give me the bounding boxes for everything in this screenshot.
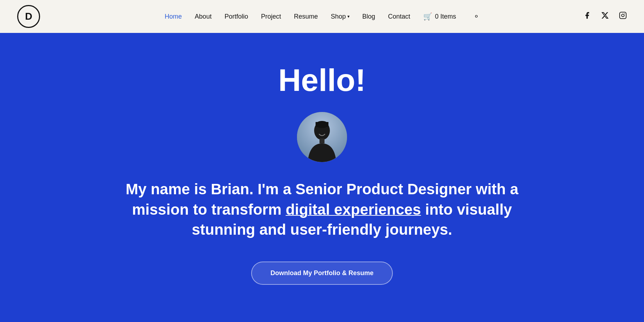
search-icon[interactable]: ⚬ bbox=[473, 12, 479, 21]
nav-project[interactable]: Project bbox=[261, 13, 281, 20]
hero-section: Hello! bbox=[0, 33, 644, 322]
hero-greeting: Hello! bbox=[278, 63, 366, 98]
avatar bbox=[297, 112, 347, 162]
site-header: D Home About Portfolio Project Resume Sh… bbox=[0, 0, 644, 33]
logo-letter: D bbox=[25, 11, 32, 22]
twitter-x-icon[interactable] bbox=[601, 11, 609, 21]
cart-count: 0 Items bbox=[435, 13, 456, 20]
svg-rect-7 bbox=[319, 138, 325, 143]
svg-point-2 bbox=[624, 13, 625, 14]
nav-contact[interactable]: Contact bbox=[388, 13, 410, 20]
nav-about[interactable]: About bbox=[195, 13, 211, 20]
nav-portfolio[interactable]: Portfolio bbox=[224, 13, 248, 20]
nav-shop[interactable]: Shop ▾ bbox=[331, 13, 350, 20]
svg-rect-6 bbox=[316, 122, 328, 127]
chevron-down-icon: ▾ bbox=[347, 14, 350, 19]
facebook-icon[interactable] bbox=[583, 11, 591, 21]
svg-rect-0 bbox=[620, 12, 626, 19]
main-nav: Home About Portfolio Project Resume Shop… bbox=[165, 12, 479, 21]
social-links bbox=[583, 11, 627, 21]
svg-point-1 bbox=[621, 14, 624, 16]
hero-description: My name is Brian. I'm a Senior Product D… bbox=[125, 179, 519, 240]
nav-shop-label: Shop bbox=[331, 13, 346, 20]
avatar-image bbox=[297, 112, 347, 162]
instagram-icon[interactable] bbox=[619, 11, 627, 21]
site-logo[interactable]: D bbox=[17, 5, 40, 28]
hero-desc-link[interactable]: digital experiences bbox=[286, 201, 421, 218]
cart-area[interactable]: 🛒 0 Items bbox=[423, 12, 456, 21]
nav-home[interactable]: Home bbox=[165, 13, 182, 20]
cart-icon: 🛒 bbox=[423, 12, 432, 21]
nav-blog[interactable]: Blog bbox=[362, 13, 375, 20]
download-button[interactable]: Download My Portfolio & Resume bbox=[251, 262, 393, 285]
nav-resume[interactable]: Resume bbox=[294, 13, 318, 20]
